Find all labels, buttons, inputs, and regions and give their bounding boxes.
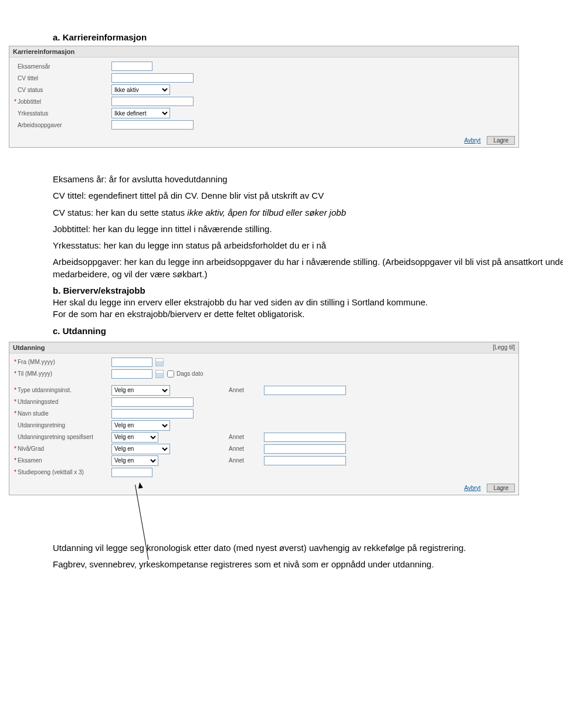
utd-retning-select[interactable]: Velg en bbox=[111, 420, 170, 431]
lbl-utd-retning: Utdanningsretning bbox=[18, 422, 65, 428]
lbl-eksamen: Eksamen bbox=[18, 457, 42, 464]
panel-karriereinformasjon: Karriereinformasjon Eksamensår CV tittel… bbox=[9, 46, 519, 148]
para-c1: Utdanning vil legge seg kronologisk ette… bbox=[53, 542, 563, 554]
section-c-label: c. bbox=[53, 326, 60, 336]
panel2-body: *Fra (MM.yyyy) *Til (MM.yyyy) Dags dato … bbox=[9, 353, 518, 481]
section-a-label: a. bbox=[53, 32, 60, 42]
dags-dato-label: Dags dato bbox=[177, 370, 204, 377]
lbl-jobbtittel: Jobbtittel bbox=[18, 98, 41, 105]
row-utdanningssted: *Utdanningssted bbox=[12, 397, 516, 407]
lbl-utd-retning-spes: Utdanningsretning spesifisert bbox=[18, 434, 93, 440]
lbl-type-inst: Type utdanningsinst. bbox=[18, 387, 72, 393]
section-b: b. Bierverv/ekstrajobb Her skal du legge… bbox=[53, 285, 563, 321]
studiepoeng-input[interactable] bbox=[111, 468, 152, 477]
section-a-title: Karriereinformasjon bbox=[63, 32, 147, 42]
lbl-eksamensar: Eksamensår bbox=[18, 63, 50, 70]
arbeidsoppgaver-input[interactable] bbox=[111, 120, 194, 130]
section-c-title: Utdanning bbox=[63, 326, 106, 336]
row-utd-retning: Utdanningsretning Velg en bbox=[12, 420, 516, 431]
niva-select[interactable]: Velg en bbox=[111, 444, 170, 454]
utdanningssted-input[interactable] bbox=[111, 397, 194, 407]
section-b-p1: Her skal du legge inn erverv eller ekstr… bbox=[53, 297, 428, 307]
eksamen-select[interactable]: Velg en bbox=[111, 455, 158, 466]
row-navn-studie: *Navn studie bbox=[12, 409, 516, 419]
row-niva: *Nivå/Grad Velg en Annet bbox=[12, 444, 516, 454]
lbl-til: Til (MM.yyyy) bbox=[18, 370, 52, 377]
section-b-title: Bierverv/ekstrajobb bbox=[63, 285, 145, 295]
lbl-fra: Fra (MM.yyyy) bbox=[18, 359, 55, 365]
til-input[interactable] bbox=[111, 369, 152, 379]
para-a2: CV tittel: egendefinert tittel på din CV… bbox=[53, 190, 563, 202]
panel2-actions: Avbryt Lagre bbox=[9, 481, 518, 495]
panel2-title: Utdanning bbox=[13, 344, 45, 351]
jobbtittel-input[interactable] bbox=[111, 97, 194, 106]
eksamen-annet-input[interactable] bbox=[264, 456, 346, 465]
niva-annet-input[interactable] bbox=[264, 444, 346, 454]
utd-retning-spes-annet-lbl: Annet bbox=[229, 434, 264, 440]
row-eksamen: *Eksamen Velg en Annet bbox=[12, 455, 516, 466]
navn-studie-input[interactable] bbox=[111, 409, 194, 419]
panel1-actions: Avbryt Lagre bbox=[9, 134, 518, 147]
type-inst-select[interactable]: Velg en bbox=[111, 385, 170, 396]
type-inst-annet-input[interactable] bbox=[264, 386, 346, 395]
utd-retning-spes-select[interactable]: Velg en bbox=[111, 432, 158, 443]
row-arbeidsoppgaver: Arbeidsoppgaver bbox=[12, 120, 516, 130]
cv-tittel-input[interactable] bbox=[111, 73, 194, 83]
section-b-p2: For de som har en ekstrajobb/bierverv er… bbox=[53, 309, 304, 319]
row-fra: *Fra (MM.yyyy) bbox=[12, 357, 516, 368]
row-cv-tittel: CV tittel bbox=[12, 73, 516, 83]
para-a3: CV status: her kan du sette status ikke … bbox=[53, 207, 563, 219]
panel1-avbryt-link[interactable]: Avbryt bbox=[464, 137, 480, 144]
fra-input[interactable] bbox=[111, 358, 152, 367]
panel1-lagre-button[interactable]: Lagre bbox=[487, 136, 515, 145]
panel1-body: Eksamensår CV tittel CV status Ikke akti… bbox=[9, 57, 518, 134]
para-a1: Eksamens år: år for avslutta hovedutdann… bbox=[53, 174, 563, 185]
para-a6: Arbeidsoppgaver: her kan du legge inn ar… bbox=[53, 256, 563, 280]
calendar-icon[interactable] bbox=[155, 358, 164, 366]
yrkesstatus-select[interactable]: Ikke definert bbox=[111, 108, 170, 118]
lbl-niva: Nivå/Grad bbox=[18, 445, 44, 452]
para-a5: Yrkesstatus: her kan du legge inn status… bbox=[53, 240, 563, 251]
row-studiepoeng: *Studiepoeng (vekttall x 3) bbox=[12, 467, 516, 478]
panel1-title: Karriereinformasjon bbox=[13, 48, 74, 55]
row-til: *Til (MM.yyyy) Dags dato bbox=[12, 369, 516, 379]
panel2-lagre-button[interactable]: Lagre bbox=[487, 484, 515, 492]
eksamensar-input[interactable] bbox=[111, 62, 152, 71]
lbl-navn-studie: Navn studie bbox=[18, 410, 49, 417]
lbl-utdanningssted: Utdanningssted bbox=[18, 399, 59, 405]
panel2-avbryt-link[interactable]: Avbryt bbox=[464, 485, 480, 491]
para-a4: Jobbtittel: her kan du legge inn tittel … bbox=[53, 223, 563, 235]
panel2-titlebar: Utdanning [Legg til] bbox=[9, 342, 518, 353]
section-a-heading: a. Karriereinformasjon bbox=[53, 32, 563, 42]
panel-utdanning: Utdanning [Legg til] *Fra (MM.yyyy) *Til… bbox=[9, 342, 519, 495]
para-a3-text: CV status: her kan du sette status bbox=[53, 207, 187, 217]
row-cv-status: CV status Ikke aktiv bbox=[12, 84, 516, 95]
row-yrkesstatus: Yrkesstatus Ikke definert bbox=[12, 108, 516, 118]
para-a3-italic: ikke aktiv, åpen for tilbud eller søker … bbox=[187, 207, 346, 217]
lbl-yrkesstatus: Yrkesstatus bbox=[18, 110, 48, 117]
row-utd-retning-spes: Utdanningsretning spesifisert Velg en An… bbox=[12, 432, 516, 443]
panel1-titlebar: Karriereinformasjon bbox=[9, 46, 518, 57]
niva-annet-lbl: Annet bbox=[229, 445, 264, 452]
section-b-label: b. bbox=[53, 285, 60, 295]
lbl-studiepoeng: Studiepoeng (vekttall x 3) bbox=[18, 469, 84, 475]
legg-til-link[interactable]: [Legg til] bbox=[493, 344, 515, 351]
eksamen-annet-lbl: Annet bbox=[229, 457, 264, 464]
type-inst-annet-lbl: Annet bbox=[229, 387, 264, 393]
cv-status-select[interactable]: Ikke aktiv bbox=[111, 84, 170, 95]
row-type-inst: *Type utdanningsinst. Velg en Annet bbox=[12, 385, 516, 396]
arrow-head-icon bbox=[137, 482, 143, 488]
lbl-cv-status: CV status bbox=[18, 87, 43, 93]
section-c-heading: c. Utdanning bbox=[53, 325, 563, 337]
row-jobbtittel: *Jobbtittel bbox=[12, 96, 516, 107]
lbl-cv-tittel: CV tittel bbox=[18, 75, 38, 81]
row-eksamensar: Eksamensår bbox=[12, 61, 516, 72]
dags-dato-checkbox[interactable] bbox=[167, 370, 174, 377]
calendar-icon[interactable] bbox=[155, 370, 164, 378]
utd-retning-spes-annet-input[interactable] bbox=[264, 433, 346, 442]
para-c2: Fagbrev, svennebrev, yrkeskompetanse reg… bbox=[53, 559, 563, 570]
lbl-arbeidsoppgaver: Arbeidsoppgaver bbox=[18, 122, 62, 128]
